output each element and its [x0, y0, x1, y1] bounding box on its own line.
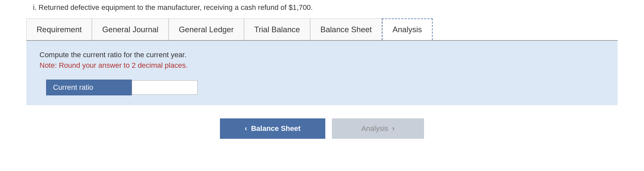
- tab-general-ledger[interactable]: General Ledger: [169, 18, 244, 40]
- note-text: Note: Round your answer to 2 decimal pla…: [40, 61, 604, 70]
- input-row: Current ratio: [46, 80, 604, 95]
- tab-requirement[interactable]: Requirement: [26, 18, 92, 40]
- tab-analysis[interactable]: Analysis: [382, 18, 432, 40]
- current-ratio-input[interactable]: [132, 80, 198, 95]
- top-text: i. Returned defective equipment to the m…: [0, 0, 644, 18]
- tabs-container: Requirement General Journal General Ledg…: [0, 18, 644, 105]
- tab-trial-balance[interactable]: Trial Balance: [244, 18, 310, 40]
- next-button-label: Analysis: [361, 124, 388, 133]
- back-button[interactable]: ‹ Balance Sheet: [220, 118, 325, 139]
- top-text-content: i. Returned defective equipment to the m…: [33, 3, 313, 12]
- back-button-label: Balance Sheet: [251, 124, 300, 133]
- tabs-row: Requirement General Journal General Ledg…: [26, 18, 618, 41]
- next-button[interactable]: Analysis ›: [332, 118, 424, 139]
- buttons-row: ‹ Balance Sheet Analysis ›: [0, 118, 644, 149]
- next-chevron-icon: ›: [392, 124, 394, 133]
- current-ratio-label: Current ratio: [46, 80, 132, 95]
- tab-balance-sheet[interactable]: Balance Sheet: [310, 18, 382, 40]
- back-chevron-icon: ‹: [245, 124, 247, 133]
- instruction-text: Compute the current ratio for the curren…: [40, 51, 604, 59]
- content-area: Compute the current ratio for the curren…: [26, 41, 618, 105]
- tab-general-journal[interactable]: General Journal: [92, 18, 169, 40]
